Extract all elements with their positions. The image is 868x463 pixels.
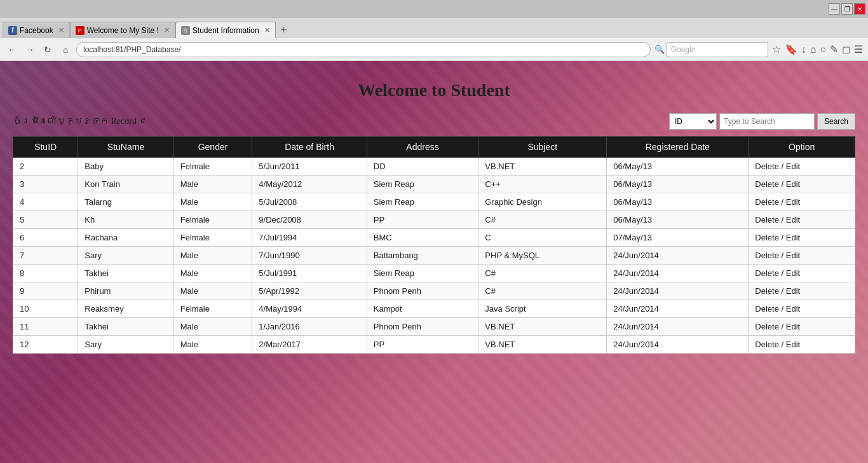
cell-name-5: Sary: [78, 247, 173, 265]
google-label: Google: [671, 45, 696, 54]
cell-reg_date-2: 06/May/13: [607, 193, 749, 211]
cell-name-1: Kon Train: [78, 176, 173, 193]
student-page-icon: S: [181, 26, 190, 35]
tab-welcome[interactable]: P Welcome to My Site ! ✕: [70, 22, 175, 38]
cell-reg_date-3: 06/May/13: [607, 211, 749, 229]
cell-subject-10: VB.NET: [478, 336, 607, 354]
browser-search-section: 🔍 Google: [654, 42, 768, 57]
tab-facebook-close[interactable]: ✕: [58, 26, 64, 34]
cell-subject-1: C++: [478, 176, 607, 193]
cell-address-9: Phnom Penh: [367, 318, 478, 336]
cell-reg_date-8: 24/Jun/2014: [607, 300, 749, 318]
cell-name-2: Talarng: [78, 193, 173, 211]
tabs-bar: f Facebook ✕ P Welcome to My Site ! ✕ S …: [0, 18, 868, 38]
table-row: 2BabyFelmale5/Jun/2011DDVB.NET06/May/13D…: [13, 158, 855, 176]
cell-dob-9: 1/Jan/2016: [252, 318, 367, 336]
cell-dob-0: 5/Jun/2011: [252, 158, 367, 176]
cell-option-9[interactable]: Delete / Edit: [749, 318, 855, 336]
cell-option-1[interactable]: Delete / Edit: [749, 176, 855, 193]
cell-subject-3: C#: [478, 211, 607, 229]
search-select[interactable]: ID Name Gender Address: [669, 113, 717, 130]
photo-icon[interactable]: ◻: [842, 43, 850, 55]
cell-subject-9: VB.NET: [478, 318, 607, 336]
cell-address-10: PP: [367, 336, 478, 354]
home-button[interactable]: ⌂: [58, 43, 72, 57]
col-header-gender: Gender: [173, 137, 252, 158]
cell-gender-8: Felmale: [173, 300, 252, 318]
bookmark-icon[interactable]: 🔖: [785, 43, 797, 55]
cell-address-8: Kampot: [367, 300, 478, 318]
star-icon[interactable]: ☆: [772, 43, 781, 55]
cell-dob-8: 4/May/1994: [252, 300, 367, 318]
table-row: 6RachanaFelmale7/Jul/1994BMCC07/May/13De…: [13, 229, 855, 247]
table-body: 2BabyFelmale5/Jun/2011DDVB.NET06/May/13D…: [13, 158, 855, 354]
cell-option-6[interactable]: Delete / Edit: [749, 265, 855, 282]
cell-option-3[interactable]: Delete / Edit: [749, 211, 855, 229]
cell-option-7[interactable]: Delete / Edit: [749, 282, 855, 300]
cell-gender-7: Male: [173, 282, 252, 300]
cell-name-4: Rachana: [78, 229, 173, 247]
cell-reg_date-7: 24/Jun/2014: [607, 282, 749, 300]
cell-id-6: 8: [13, 265, 78, 282]
pencil-icon[interactable]: ✎: [830, 43, 838, 55]
cell-name-9: Takhei: [78, 318, 173, 336]
page-content: Welcome to Student ចំប្រាំនៃលើម្ភូបន្ទុក…: [0, 61, 868, 463]
home-nav-icon[interactable]: ⌂: [810, 44, 817, 55]
cell-reg_date-6: 24/Jun/2014: [607, 265, 749, 282]
tab-student[interactable]: S Student Information ✕: [175, 22, 276, 38]
cell-option-2[interactable]: Delete / Edit: [749, 193, 855, 211]
cell-name-7: Phirum: [78, 282, 173, 300]
new-tab-button[interactable]: +: [276, 22, 292, 38]
back-button[interactable]: ←: [5, 43, 19, 57]
tab-facebook-label: Facebook: [20, 26, 53, 35]
cell-dob-7: 5/Apr/1992: [252, 282, 367, 300]
col-header-subject: Subject: [478, 137, 607, 158]
google-search-input[interactable]: Google: [667, 42, 768, 57]
cell-subject-5: PHP & MySQL: [478, 247, 607, 265]
cell-option-8[interactable]: Delete / Edit: [749, 300, 855, 318]
cell-dob-1: 4/May/2012: [252, 176, 367, 193]
data-table: StuID StuName Gender Date of Birth Addre…: [13, 136, 855, 354]
search-section: ID Name Gender Address Search: [669, 113, 855, 130]
cell-option-5[interactable]: Delete / Edit: [749, 247, 855, 265]
google-search-icon: 🔍: [654, 45, 665, 54]
minimize-button[interactable]: —: [829, 3, 840, 15]
cell-reg_date-9: 24/Jun/2014: [607, 318, 749, 336]
search-button[interactable]: Search: [817, 113, 855, 130]
tab-student-close[interactable]: ✕: [264, 26, 270, 34]
url-bar[interactable]: localhost:81/PHP_Database/: [76, 42, 651, 57]
cell-subject-2: Graphic Design: [478, 193, 607, 211]
tab-facebook[interactable]: f Facebook ✕: [3, 22, 70, 38]
page-icon: P: [76, 26, 85, 35]
cell-name-8: Reaksmey: [78, 300, 173, 318]
cell-address-3: PP: [367, 211, 478, 229]
record-label: ចំប្រាំនៃលើម្ភូបន្ទុក Record ជ: [13, 116, 147, 127]
cell-subject-8: Java Script: [478, 300, 607, 318]
restore-button[interactable]: ❐: [841, 3, 853, 15]
table-row: 11TakheiMale1/Jan/2016Phnom PenhVB.NET24…: [13, 318, 855, 336]
search-input[interactable]: [719, 113, 815, 130]
cell-option-10[interactable]: Delete / Edit: [749, 336, 855, 354]
cell-dob-4: 7/Jul/1994: [252, 229, 367, 247]
table-header-row: StuID StuName Gender Date of Birth Addre…: [13, 137, 855, 158]
reload-button[interactable]: ↻: [41, 43, 55, 57]
table-row: 4TalarngMale5/Jul/2008Siem ReapGraphic D…: [13, 193, 855, 211]
tab-welcome-close[interactable]: ✕: [164, 26, 170, 34]
cell-subject-0: VB.NET: [478, 158, 607, 176]
cell-option-0[interactable]: Delete / Edit: [749, 158, 855, 176]
table-row: 3Kon TrainMale4/May/2012Siem ReapC++06/M…: [13, 176, 855, 193]
pinterest-icon[interactable]: ○: [820, 44, 826, 55]
close-button[interactable]: ✕: [854, 3, 865, 15]
cell-name-10: Sary: [78, 336, 173, 354]
col-header-stuname: StuName: [78, 137, 173, 158]
cell-dob-5: 7/Jun/1990: [252, 247, 367, 265]
cell-option-4[interactable]: Delete / Edit: [749, 229, 855, 247]
table-row: 7SaryMale7/Jun/1990BattambangPHP & MySQL…: [13, 247, 855, 265]
forward-button[interactable]: →: [23, 43, 37, 57]
cell-dob-3: 9/Dec/2008: [252, 211, 367, 229]
cell-subject-6: C#: [478, 265, 607, 282]
menu-icon[interactable]: ☰: [854, 43, 863, 55]
title-bar: — ❐ ✕: [0, 0, 868, 18]
download-icon[interactable]: ↓: [801, 44, 806, 55]
cell-reg_date-5: 24/Jun/2014: [607, 247, 749, 265]
